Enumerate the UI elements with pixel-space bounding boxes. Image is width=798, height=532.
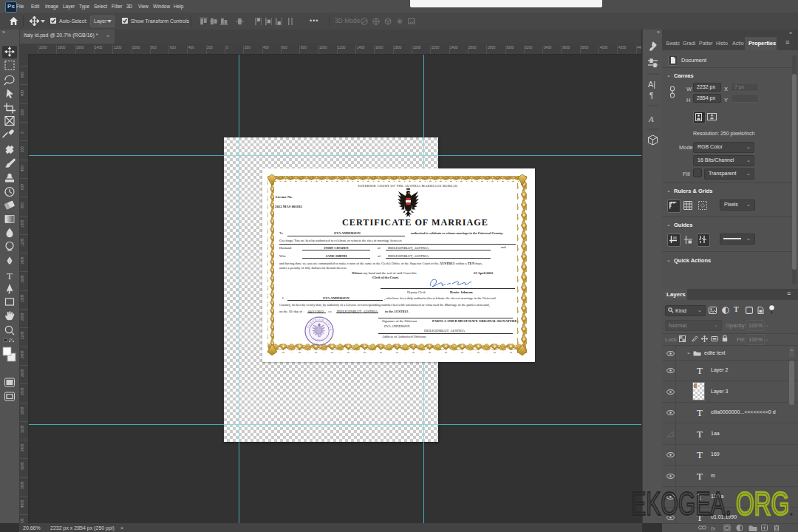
svg-text:¶: ¶ <box>649 92 653 100</box>
svg-text:ORG: ORG <box>736 485 789 522</box>
svg-text:CERTIFICATE OF MARRIAGE: CERTIFICATE OF MARRIAGE <box>342 217 488 228</box>
svg-text:T: T <box>7 270 13 282</box>
svg-text:A: A <box>648 115 654 123</box>
svg-text:A|: A| <box>648 80 655 89</box>
svg-text:fx: fx <box>711 525 716 532</box>
svg-text:EKOGEA.: EKOGEA. <box>631 485 732 522</box>
